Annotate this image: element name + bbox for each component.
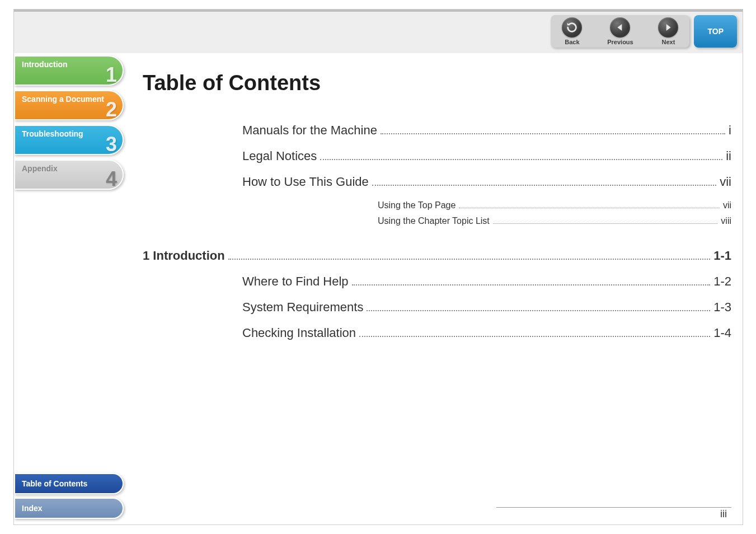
toc-entry-checkinstall[interactable]: Checking Installation 1-4: [242, 326, 731, 340]
toc-label: 1 Introduction: [143, 249, 225, 263]
btab-label: Table of Contents: [22, 479, 87, 488]
toc-label: Checking Installation: [242, 326, 356, 340]
toc-dots: [359, 335, 710, 337]
previous-label: Previous: [607, 39, 633, 45]
sidebar-bottom-tabs: Table of Contents Index: [14, 470, 124, 519]
top-label: TOP: [707, 27, 724, 36]
footer-divider: [496, 507, 731, 508]
toc-list: Manuals for the Machine i Legal Notices …: [143, 123, 731, 340]
toc-dots: [367, 310, 710, 311]
previous-button[interactable]: Previous: [602, 17, 638, 45]
next-label: Next: [662, 39, 675, 45]
top-bar-right: Back Previous Next TOP: [551, 14, 737, 49]
page-title: Table of Contents: [143, 71, 731, 95]
tab-appendix[interactable]: Appendix 4: [14, 160, 124, 190]
back-button[interactable]: Back: [554, 17, 590, 45]
tab-number: 1: [106, 63, 117, 87]
toc-dots: [320, 158, 722, 160]
page-frame: Back Previous Next TOP: [13, 9, 743, 525]
toc-page: 1-2: [713, 274, 731, 289]
toc-label: Using the Top Page: [378, 200, 456, 210]
toc-entry-chapterlist[interactable]: Using the Chapter Topic List viii: [378, 216, 731, 226]
btab-toc[interactable]: Table of Contents: [14, 473, 124, 494]
tab-troubleshooting[interactable]: Troubleshooting 3: [14, 125, 124, 155]
toc-entry-findhelp[interactable]: Where to Find Help 1-2: [242, 274, 731, 289]
previous-icon: [610, 17, 630, 38]
toc-dots: [228, 258, 711, 260]
nav-icon-tray: Back Previous Next: [551, 15, 689, 48]
toc-page: ii: [726, 149, 731, 163]
toc-entry-sysreq[interactable]: System Requirements 1-3: [242, 300, 731, 315]
toc-dots: [493, 223, 718, 224]
toc-entry-manuals[interactable]: Manuals for the Machine i: [242, 123, 731, 138]
toc-page: vii: [723, 200, 731, 210]
page-number: iii: [720, 508, 727, 520]
back-label: Back: [565, 39, 579, 45]
btab-label: Index: [22, 504, 43, 513]
toc-label: Legal Notices: [242, 149, 317, 163]
toc-page: viii: [721, 216, 731, 226]
tab-introduction[interactable]: Introduction 1: [14, 55, 124, 86]
toc-entry-howto[interactable]: How to Use This Guide vii: [242, 175, 731, 189]
toc-label: Manuals for the Machine: [242, 123, 377, 138]
top-bar: Back Previous Next TOP: [14, 10, 743, 53]
toc-label: Where to Find Help: [242, 274, 349, 289]
toc-dots: [459, 207, 720, 208]
tab-label: Troubleshooting: [22, 129, 83, 139]
back-icon: [562, 17, 582, 38]
btab-index[interactable]: Index: [14, 498, 124, 519]
tab-label: Introduction: [22, 60, 68, 69]
toc-chapter-intro[interactable]: 1 Introduction 1-1: [143, 249, 731, 263]
toc-label: How to Use This Guide: [242, 175, 369, 189]
toc-page: i: [729, 123, 731, 138]
toc-page: 1-3: [713, 300, 731, 315]
toc-label: System Requirements: [242, 300, 363, 315]
tab-scanning[interactable]: Scanning a Document 2: [14, 90, 124, 120]
toc-page: 1-4: [713, 326, 731, 340]
tab-number: 2: [106, 97, 117, 121]
tab-label: Scanning a Document: [22, 95, 104, 104]
toc-label: Using the Chapter Topic List: [378, 216, 490, 226]
next-button[interactable]: Next: [650, 17, 686, 45]
toc-page: vii: [720, 175, 731, 189]
sidebar-tabs: Introduction 1 Scanning a Document 2 Tro…: [14, 55, 124, 194]
tab-number: 4: [106, 167, 117, 191]
next-icon: [658, 17, 678, 38]
top-button[interactable]: TOP: [694, 15, 737, 48]
content-area: Table of Contents Manuals for the Machin…: [143, 65, 731, 508]
toc-entry-toppage[interactable]: Using the Top Page vii: [378, 200, 731, 210]
toc-dots: [352, 284, 711, 285]
toc-entry-legal[interactable]: Legal Notices ii: [242, 149, 731, 163]
tab-number: 3: [106, 132, 117, 156]
toc-dots: [381, 133, 725, 134]
tab-label: Appendix: [22, 164, 58, 174]
toc-page: 1-1: [713, 249, 731, 263]
toc-dots: [372, 184, 716, 186]
